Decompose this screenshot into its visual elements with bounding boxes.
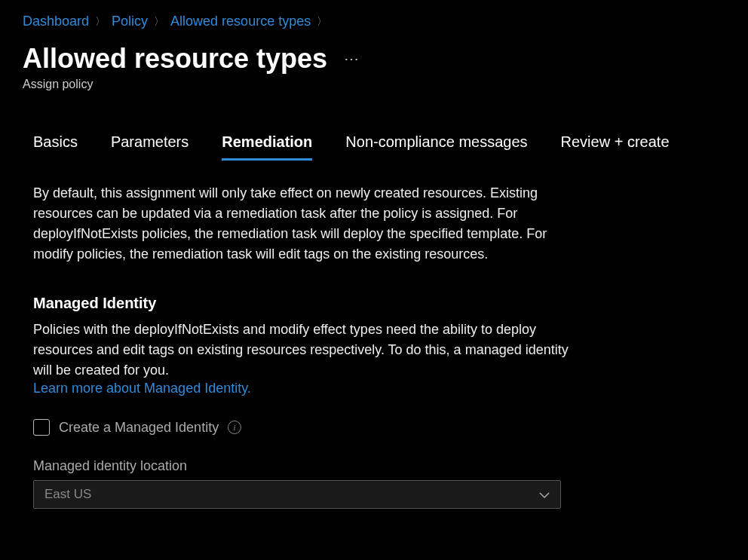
chevron-right-icon: 〉 [317, 15, 327, 29]
page-subtitle: Assign policy [23, 78, 725, 91]
chevron-right-icon: 〉 [95, 15, 106, 29]
more-options-icon[interactable]: ⋯ [344, 50, 360, 68]
tab-parameters[interactable]: Parameters [111, 133, 189, 161]
create-managed-identity-label: Create a Managed Identity [59, 420, 219, 436]
chevron-right-icon: 〉 [154, 15, 164, 29]
tab-review-create[interactable]: Review + create [561, 133, 670, 161]
breadcrumb-dashboard[interactable]: Dashboard [23, 14, 89, 29]
managed-identity-heading: Managed Identity [33, 295, 585, 312]
managed-identity-location-label: Managed identity location [33, 458, 585, 474]
page-title: Allowed resource types [23, 43, 327, 75]
tab-remediation[interactable]: Remediation [222, 133, 312, 161]
breadcrumb-policy[interactable]: Policy [112, 14, 148, 29]
create-managed-identity-checkbox[interactable] [33, 419, 50, 436]
remediation-description: By default, this assignment will only ta… [33, 183, 585, 265]
chevron-down-icon [539, 488, 550, 500]
managed-identity-learn-more-link[interactable]: Learn more about Managed Identity. [33, 381, 251, 396]
tabs: Basics Parameters Remediation Non-compli… [23, 133, 725, 161]
managed-identity-location-select[interactable]: East US [33, 480, 561, 509]
breadcrumb: Dashboard 〉 Policy 〉 Allowed resource ty… [23, 14, 725, 29]
managed-identity-location-value: East US [44, 487, 91, 502]
tab-basics[interactable]: Basics [33, 133, 78, 161]
breadcrumb-allowed-resource-types[interactable]: Allowed resource types [170, 14, 311, 29]
info-icon[interactable]: i [228, 421, 241, 434]
managed-identity-text: Policies with the deployIfNotExists and … [33, 320, 585, 381]
tab-non-compliance-messages[interactable]: Non-compliance messages [345, 133, 527, 161]
